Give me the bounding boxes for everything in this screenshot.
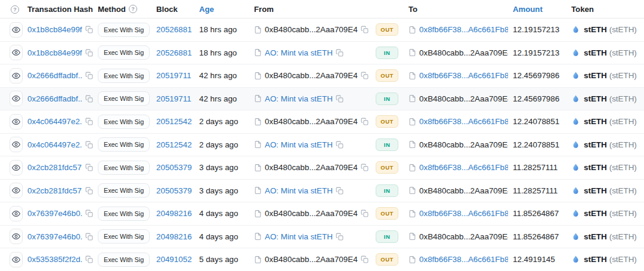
method-button[interactable]: Exec With Sig — [98, 183, 150, 198]
token-link[interactable]: stETH (stETH) — [584, 163, 637, 172]
tx-hash-link[interactable]: 0x2666dffadbf... — [27, 71, 82, 80]
column-header-age[interactable]: Age — [199, 5, 249, 14]
to-entity[interactable]: 0x8fb66F38...A6c661Fb8 — [419, 255, 508, 264]
block-link[interactable]: 20498216 — [156, 232, 192, 241]
method-button[interactable]: Exec With Sig — [98, 115, 150, 129]
method-button[interactable]: Exec With Sig — [98, 23, 150, 37]
preview-button[interactable] — [10, 45, 23, 60]
block-link[interactable]: 20519711 — [156, 94, 191, 103]
preview-button[interactable] — [10, 160, 23, 175]
method-button[interactable]: Exec With Sig — [98, 161, 150, 175]
method-button[interactable]: Exec With Sig — [98, 45, 150, 60]
preview-button[interactable] — [10, 229, 23, 244]
token-name: stETH — [584, 71, 607, 80]
tx-hash-link[interactable]: 0x1b8cb84e99f... — [27, 25, 82, 34]
steth-droplet-icon — [571, 186, 580, 195]
token-link[interactable]: stETH (stETH) — [584, 209, 637, 218]
token-link[interactable]: stETH (stETH) — [584, 94, 637, 103]
preview-button[interactable] — [10, 206, 23, 221]
tx-hash-link[interactable]: 0x2cb281fdc57... — [27, 163, 82, 172]
method-button[interactable]: Exec With Sig — [98, 207, 150, 221]
copy-icon[interactable] — [361, 26, 369, 33]
copy-icon[interactable] — [336, 95, 343, 103]
method-button[interactable]: Exec With Sig — [98, 229, 150, 244]
token-name: stETH — [584, 117, 607, 126]
preview-button[interactable] — [10, 137, 23, 152]
token-link[interactable]: stETH (stETH) — [584, 117, 637, 126]
copy-icon[interactable] — [85, 233, 93, 241]
from-entity[interactable]: AO: Mint via stETH — [265, 186, 333, 195]
copy-icon[interactable] — [361, 72, 369, 79]
tx-hash-link[interactable]: 0x4c064497e2... — [27, 117, 82, 126]
copy-icon[interactable] — [85, 164, 93, 171]
to-entity[interactable]: 0x8fb66F38...A6c661Fb8 — [419, 117, 508, 126]
copy-icon[interactable] — [361, 255, 369, 263]
copy-icon[interactable] — [85, 118, 93, 125]
to-entity[interactable]: 0x8fb66F38...A6c661Fb8 — [419, 25, 508, 34]
from-entity[interactable]: AO: Mint via stETH — [265, 94, 333, 103]
document-icon — [408, 186, 416, 195]
tx-hash-link[interactable]: 0x1b8cb84e99f... — [27, 48, 82, 57]
copy-icon[interactable] — [85, 187, 93, 195]
copy-icon[interactable] — [85, 255, 93, 263]
copy-icon[interactable] — [85, 49, 93, 57]
token-link[interactable]: stETH (stETH) — [584, 25, 637, 34]
from-entity[interactable]: AO: Mint via stETH — [265, 140, 333, 149]
copy-icon[interactable] — [361, 118, 369, 125]
block-link[interactable]: 20491052 — [156, 255, 192, 264]
copy-icon[interactable] — [85, 26, 93, 33]
token-link[interactable]: stETH (stETH) — [584, 48, 637, 57]
preview-button[interactable] — [10, 114, 23, 130]
block-link[interactable]: 20505379 — [156, 186, 192, 195]
from-entity[interactable]: AO: Mint via stETH — [265, 48, 333, 57]
token-link[interactable]: stETH (stETH) — [584, 232, 637, 241]
to-entity[interactable]: 0x8fb66F38...A6c661Fb8 — [419, 163, 508, 172]
block-link[interactable]: 20512542 — [156, 140, 192, 149]
question-circle-icon[interactable]: ? — [129, 5, 137, 13]
token-link[interactable]: stETH (stETH) — [584, 186, 637, 195]
amount-text: 11.28257111 — [513, 186, 558, 195]
block-link[interactable]: 20526881 — [156, 25, 192, 34]
method-button[interactable]: Exec With Sig — [98, 252, 150, 267]
to-entity[interactable]: 0x8fb66F38...A6c661Fb8 — [419, 71, 508, 80]
copy-icon[interactable] — [85, 141, 93, 149]
copy-icon[interactable] — [85, 72, 93, 79]
copy-icon[interactable] — [85, 95, 93, 103]
tx-hash-link[interactable]: 0x76397e46b0... — [27, 209, 82, 218]
copy-icon[interactable] — [336, 141, 343, 149]
preview-button[interactable] — [10, 183, 23, 198]
token-link[interactable]: stETH (stETH) — [584, 255, 637, 264]
method-button[interactable]: Exec With Sig — [98, 137, 150, 152]
preview-button[interactable] — [10, 68, 23, 84]
question-circle-icon[interactable]: ? — [11, 5, 19, 14]
tx-hash-link[interactable]: 0x535385f2f2d... — [27, 255, 82, 264]
preview-button[interactable] — [10, 22, 23, 38]
copy-icon[interactable] — [361, 164, 369, 171]
token-link[interactable]: stETH (stETH) — [584, 140, 637, 149]
age-text: 42 hrs ago — [199, 71, 237, 80]
block-link[interactable]: 20526881 — [156, 48, 192, 57]
block-link[interactable]: 20498216 — [156, 209, 192, 218]
tx-hash-link[interactable]: 0x4c064497e2... — [27, 140, 82, 149]
preview-button[interactable] — [10, 252, 23, 267]
column-header-amount[interactable]: Amount — [508, 5, 568, 14]
method-button[interactable]: Exec With Sig — [98, 69, 150, 83]
copy-icon[interactable] — [85, 210, 93, 217]
block-link[interactable]: 20519711 — [156, 71, 191, 80]
token-link[interactable]: stETH (stETH) — [584, 71, 637, 80]
to-entity[interactable]: 0x8fb66F38...A6c661Fb8 — [419, 209, 508, 218]
from-entity[interactable]: AO: Mint via stETH — [265, 232, 333, 241]
preview-button[interactable] — [10, 91, 23, 106]
copy-icon[interactable] — [361, 210, 369, 217]
tx-hash-link[interactable]: 0x76397e46b0... — [27, 232, 82, 241]
method-button[interactable]: Exec With Sig — [98, 91, 150, 106]
block-link[interactable]: 20505379 — [156, 163, 192, 172]
copy-icon[interactable] — [336, 49, 343, 57]
block-link[interactable]: 20512542 — [156, 117, 192, 126]
tx-hash-link[interactable]: 0x2666dffadbf... — [27, 94, 82, 103]
copy-icon[interactable] — [336, 233, 343, 241]
tx-hash-link[interactable]: 0x2cb281fdc57... — [27, 186, 82, 195]
copy-icon[interactable] — [336, 187, 343, 195]
eye-icon — [12, 186, 20, 195]
token-name: stETH — [584, 48, 607, 57]
